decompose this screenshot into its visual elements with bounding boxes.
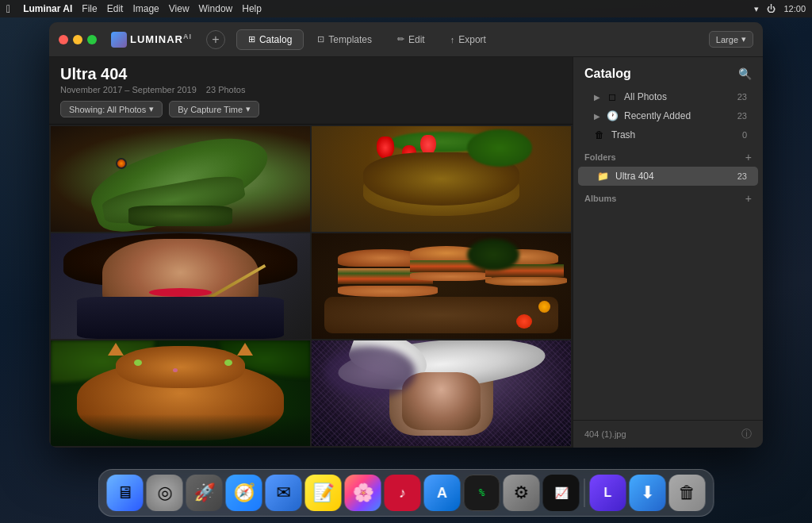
all-photos-expand-icon: ▶ (594, 93, 600, 102)
trash-count: 0 (742, 130, 747, 140)
sort-filter[interactable]: By Capture Time ▾ (169, 101, 259, 117)
size-selector[interactable]: Large ▾ (709, 31, 753, 48)
dock-siri[interactable]: ◎ (147, 475, 183, 511)
sort-chevron-icon: ▾ (246, 104, 251, 114)
size-chevron-icon: ▾ (741, 34, 746, 44)
photo-date-range: November 2017 – September 2019 (60, 85, 197, 94)
recently-added-icon: 🕐 (607, 110, 618, 121)
photo-area: Ultra 404 November 2017 – September 2019… (49, 57, 573, 448)
catalog-item-recently-added[interactable]: ▶ 🕐 Recently Added 23 (578, 106, 758, 125)
app-logo: LUMINARAI (111, 32, 192, 48)
all-photos-icon: ◻ (607, 91, 618, 102)
dock-trash[interactable]: 🗑 (669, 475, 706, 511)
recently-added-expand-icon: ▶ (594, 112, 600, 121)
catalog-footer: 404 (1).jpg ⓘ (573, 420, 763, 448)
tab-catalog[interactable]: ⊞ Catalog (236, 29, 304, 50)
menu-window[interactable]: Window (199, 3, 233, 14)
sort-filter-label: By Capture Time (178, 105, 243, 114)
photo-title: Ultra 404 (60, 65, 561, 83)
tab-templates[interactable]: ⊡ Templates (305, 29, 384, 50)
dock-finder[interactable]: 🖥 (107, 475, 144, 511)
templates-tab-icon: ⊡ (317, 34, 324, 44)
minimize-button[interactable] (73, 35, 82, 44)
albums-section-title: Albums (584, 194, 616, 203)
menu-help[interactable]: Help (242, 3, 262, 14)
export-tab-icon: ↑ (450, 35, 455, 44)
footer-filename: 404 (1).jpg (584, 429, 626, 439)
dock-notes[interactable]: 📝 (305, 475, 342, 511)
photo-header: Ultra 404 November 2017 – September 2019… (49, 57, 573, 125)
photo-cell-woman[interactable] (51, 233, 310, 339)
dock-photos[interactable]: 🌸 (345, 475, 381, 511)
photo-filters: Showing: All Photos ▾ By Capture Time ▾ (60, 101, 561, 117)
dock: 🖥 ◎ 🚀 🧭 ✉ 📝 🌸 ♪ A % ⚙ 📈 L ⬇ 🗑 (98, 469, 714, 517)
recently-added-label: Recently Added (624, 110, 731, 121)
menubar-wifi: ▾ (754, 4, 759, 14)
dock-downloader[interactable]: ⬇ (630, 475, 666, 511)
edit-tab-icon: ✏ (397, 34, 404, 44)
showing-filter[interactable]: Showing: All Photos ▾ (60, 101, 163, 117)
trash-label: Trash (611, 129, 736, 140)
info-icon[interactable]: ⓘ (741, 427, 752, 441)
menu-view[interactable]: View (169, 3, 190, 14)
maximize-button[interactable] (87, 35, 97, 44)
photo-grid (49, 125, 573, 448)
dock-launchpad[interactable]: 🚀 (186, 475, 223, 511)
dock-terminal[interactable]: % (464, 475, 500, 511)
folders-section-header: Folders + (573, 144, 763, 167)
dock-safari[interactable]: 🧭 (226, 475, 262, 511)
folder-icon: 📁 (597, 171, 609, 182)
catalog-list: ▶ ◻ All Photos 23 ▶ 🕐 Recently Added 23 … (573, 87, 763, 420)
photo-cell-chameleon[interactable] (51, 126, 310, 232)
catalog-item-all-photos[interactable]: ▶ ◻ All Photos 23 (578, 87, 758, 106)
albums-add-button[interactable]: + (745, 192, 752, 205)
tab-edit[interactable]: ✏ Edit (385, 29, 437, 50)
catalog-tab-icon: ⊞ (248, 34, 255, 44)
tab-export[interactable]: ↑ Export (439, 29, 498, 50)
albums-section-header: Albums + (573, 186, 763, 208)
photo-cell-strawberries[interactable] (312, 126, 571, 232)
close-button[interactable] (59, 35, 68, 44)
dock-airmail[interactable]: ✉ (266, 475, 302, 511)
catalog-panel: Catalog 🔍 ▶ ◻ All Photos 23 ▶ 🕐 Recently… (573, 57, 763, 448)
apple-menu[interactable]:  (6, 2, 10, 15)
photo-count: 23 Photos (206, 85, 246, 94)
titlebar-right: Large ▾ (709, 31, 753, 48)
photo-cell-burgers[interactable] (312, 233, 571, 339)
catalog-header: Catalog 🔍 (573, 57, 763, 87)
tab-group: ⊞ Catalog ⊡ Templates ✏ Edit ↑ Export (236, 29, 498, 50)
dock-separator (584, 479, 585, 507)
folders-add-button[interactable]: + (745, 151, 752, 163)
add-button[interactable]: + (206, 30, 225, 49)
app-window: LUMINARAI + ⊞ Catalog ⊡ Templates ✏ Edit… (49, 22, 763, 448)
tab-edit-label: Edit (408, 34, 425, 45)
dock-appstore[interactable]: A (424, 475, 461, 511)
traffic-lights (59, 35, 97, 44)
desktop:  Luminar AI File Edit Image View Window… (0, 0, 812, 523)
menu-image[interactable]: Image (132, 3, 159, 14)
photo-cell-cat[interactable] (51, 340, 310, 446)
catalog-search-button[interactable]: 🔍 (738, 67, 752, 80)
size-label: Large (716, 35, 738, 44)
trash-icon: 🗑 (594, 129, 605, 140)
catalog-panel-title: Catalog (584, 67, 631, 81)
photo-meta: November 2017 – September 2019 23 Photos (60, 85, 561, 94)
menubar:  Luminar AI File Edit Image View Window… (0, 0, 812, 17)
photo-cell-hat-woman[interactable] (312, 340, 571, 446)
folders-section-title: Folders (584, 152, 616, 162)
dock-music[interactable]: ♪ (385, 475, 421, 511)
menu-file[interactable]: File (82, 3, 97, 14)
menu-edit[interactable]: Edit (107, 3, 124, 14)
menubar-time: 12:00 (783, 4, 806, 13)
app-name-menu[interactable]: Luminar AI (23, 3, 72, 14)
dock-luminar[interactable]: L (590, 475, 626, 511)
folder-count: 23 (737, 171, 747, 181)
menubar-battery: ⏻ (767, 4, 776, 13)
catalog-item-trash[interactable]: 🗑 Trash 0 (578, 125, 758, 144)
all-photos-count: 23 (737, 92, 747, 102)
all-photos-label: All Photos (624, 91, 731, 102)
dock-stocks[interactable]: 📈 (543, 475, 580, 511)
dock-settings[interactable]: ⚙ (504, 475, 540, 511)
tab-templates-label: Templates (328, 34, 372, 45)
folder-item-ultra404[interactable]: 📁 Ultra 404 23 (578, 167, 758, 186)
